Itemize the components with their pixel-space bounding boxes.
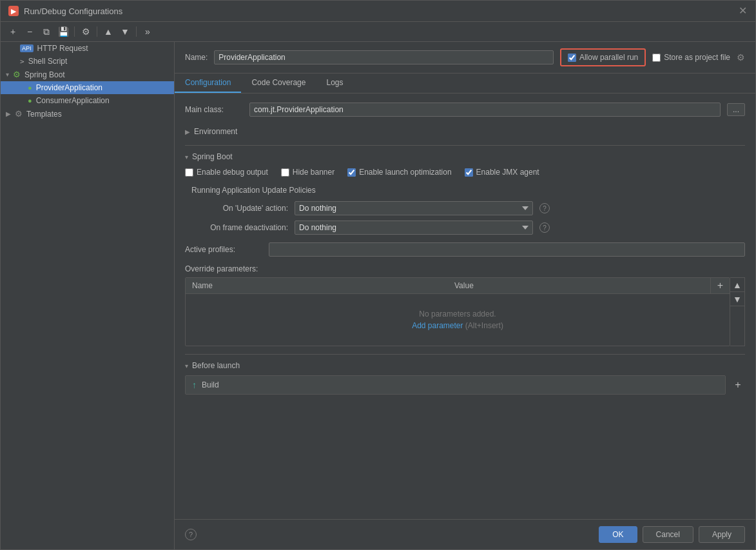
- params-table: Name Value + No parameters added.: [185, 277, 730, 346]
- sidebar-item-shell-script[interactable]: > Shell Script: [1, 55, 174, 68]
- store-project-container[interactable]: Store as project file: [652, 53, 730, 62]
- move-up-button[interactable]: ▲: [101, 25, 115, 39]
- ok-button[interactable]: OK: [599, 526, 637, 543]
- sidebar-item-label: Spring Boot: [24, 70, 65, 79]
- enable-debug-output-checkbox[interactable]: [185, 168, 193, 177]
- shell-script-icon: >: [20, 57, 24, 66]
- sidebar-item-provider-application[interactable]: ● ProviderApplication: [1, 81, 174, 94]
- remove-config-button[interactable]: −: [23, 25, 37, 39]
- build-icon: ↑: [192, 380, 197, 390]
- app-icon: ▶: [8, 6, 19, 16]
- add-before-launch-button[interactable]: +: [731, 378, 745, 392]
- add-config-button[interactable]: +: [6, 25, 20, 39]
- enable-jmx-agent-item[interactable]: Enable JMX agent: [465, 168, 539, 177]
- store-project-gear-icon[interactable]: ⚙: [737, 52, 745, 63]
- allow-parallel-label: Allow parallel run: [579, 53, 638, 62]
- dialog-title: Run/Debug Configurations: [24, 6, 737, 16]
- name-label: Name:: [185, 53, 208, 62]
- update-action-help-icon[interactable]: ?: [539, 203, 550, 213]
- store-project-label: Store as project file: [664, 53, 730, 62]
- params-value-col: Value: [448, 278, 710, 293]
- enable-jmx-agent-checkbox[interactable]: [465, 168, 473, 177]
- frame-deactivation-row: On frame deactivation: Do nothing Update…: [191, 221, 745, 235]
- environment-header[interactable]: ▶ Environment: [185, 124, 745, 139]
- active-profiles-input[interactable]: [269, 242, 745, 257]
- help-button[interactable]: ?: [185, 529, 197, 540]
- sidebar-item-label: ProviderApplication: [36, 83, 102, 92]
- cancel-button[interactable]: Cancel: [643, 526, 693, 543]
- spring-boot-section-header[interactable]: ▾ Spring Boot: [185, 152, 745, 161]
- spring-boot-checkboxes: Enable debug output Hide banner Enable l…: [185, 168, 745, 177]
- add-param-link[interactable]: Add parameter (Alt+Insert): [412, 321, 503, 330]
- hide-banner-item[interactable]: Hide banner: [281, 168, 334, 177]
- no-params-text: No parameters added.: [419, 309, 496, 319]
- params-scroll-down-button[interactable]: ▼: [730, 292, 744, 306]
- sidebar-item-label: Templates: [26, 110, 62, 119]
- sidebar-item-http-request[interactable]: API HTTP Request: [1, 42, 174, 55]
- sidebar: API HTTP Request > Shell Script ▾ ⚙ Spri…: [1, 42, 175, 549]
- update-action-row: On 'Update' action: Do nothing Update cl…: [191, 201, 745, 215]
- frame-deactivation-label: On frame deactivation:: [191, 223, 288, 232]
- tab-logs[interactable]: Logs: [316, 74, 353, 93]
- toolbar-separator-2: [97, 26, 97, 37]
- tabs-bar: Configuration Code Coverage Logs: [175, 74, 755, 93]
- provider-icon: ●: [28, 84, 32, 92]
- tab-configuration[interactable]: Configuration: [175, 74, 241, 93]
- copy-config-button[interactable]: ⧉: [39, 25, 53, 39]
- spring-boot-chevron: ▾: [6, 71, 9, 78]
- frame-deactivation-help-icon[interactable]: ?: [539, 222, 550, 233]
- enable-debug-output-item[interactable]: Enable debug output: [185, 168, 268, 177]
- sidebar-item-consumer-application[interactable]: ● ConsumerApplication: [1, 94, 174, 107]
- sidebar-item-templates[interactable]: ▶ ⚙ Templates: [1, 107, 174, 121]
- environment-section: ▶ Environment: [185, 124, 745, 139]
- hide-banner-label: Hide banner: [293, 168, 334, 177]
- save-config-button[interactable]: 💾: [56, 25, 70, 39]
- tab-code-coverage[interactable]: Code Coverage: [241, 74, 316, 93]
- enable-launch-optimization-checkbox[interactable]: [347, 168, 356, 177]
- run-debug-dialog: ▶ Run/Debug Configurations ✕ + − ⧉ 💾 ⚙ ▲…: [0, 0, 756, 550]
- enable-launch-optimization-label: Enable launch optimization: [359, 168, 451, 177]
- settings-button[interactable]: ⚙: [79, 25, 93, 39]
- override-params-section: Override parameters: Name Value +: [185, 264, 745, 346]
- consumer-icon: ●: [28, 97, 32, 104]
- toolbar: + − ⧉ 💾 ⚙ ▲ ▼ »: [1, 22, 755, 42]
- sidebar-item-label: HTTP Request: [37, 44, 88, 53]
- before-launch-build-row: ↑ Build +: [185, 375, 745, 395]
- active-profiles-label: Active profiles:: [185, 245, 262, 254]
- override-params-title: Override parameters:: [185, 264, 745, 273]
- title-bar: ▶ Run/Debug Configurations ✕: [1, 1, 755, 22]
- environment-chevron-icon: ▶: [185, 128, 190, 135]
- main-class-browse-button[interactable]: ...: [727, 103, 745, 116]
- before-launch-section: ▾ Before launch ↑ Build +: [185, 354, 745, 395]
- frame-deactivation-select[interactable]: Do nothing Update classes and resources …: [295, 221, 533, 235]
- enable-launch-optimization-item[interactable]: Enable launch optimization: [347, 168, 451, 177]
- spring-boot-section: ▾ Spring Boot Enable debug output Hide b…: [185, 145, 745, 346]
- params-scroll-up-button[interactable]: ▲: [730, 278, 744, 292]
- name-row: Name: Allow parallel run Store as projec…: [175, 42, 755, 74]
- policies-title: Running Application Update Policies: [191, 186, 745, 195]
- environment-label: Environment: [194, 127, 237, 136]
- enable-jmx-agent-label: Enable JMX agent: [476, 168, 539, 177]
- move-down-button[interactable]: ▼: [118, 25, 132, 39]
- apply-button[interactable]: Apply: [699, 526, 745, 543]
- before-launch-label: Before launch: [192, 361, 240, 370]
- bottom-bar: ? OK Cancel Apply: [175, 519, 755, 549]
- params-header: Name Value +: [186, 278, 730, 294]
- allow-parallel-container[interactable]: Allow parallel run: [560, 48, 646, 66]
- build-item[interactable]: ↑ Build: [185, 375, 726, 395]
- allow-parallel-checkbox[interactable]: [568, 54, 576, 62]
- update-action-select[interactable]: Do nothing Update classes and resources …: [295, 201, 533, 215]
- store-project-checkbox[interactable]: [652, 54, 661, 62]
- add-param-header-button[interactable]: +: [710, 278, 730, 293]
- config-panel: Main class: ... ▶ Environment ▾ Spring B…: [175, 93, 755, 519]
- name-input[interactable]: [214, 50, 554, 64]
- more-button[interactable]: »: [141, 25, 155, 39]
- templates-chevron: ▶: [6, 110, 11, 117]
- close-button[interactable]: ✕: [737, 6, 748, 16]
- main-class-input[interactable]: [249, 103, 721, 117]
- params-name-col: Name: [186, 278, 448, 293]
- sidebar-item-label: ConsumerApplication: [36, 96, 110, 105]
- sidebar-item-spring-boot-group[interactable]: ▾ ⚙ Spring Boot: [1, 68, 174, 81]
- hide-banner-checkbox[interactable]: [281, 168, 289, 177]
- before-launch-header[interactable]: ▾ Before launch: [185, 361, 745, 370]
